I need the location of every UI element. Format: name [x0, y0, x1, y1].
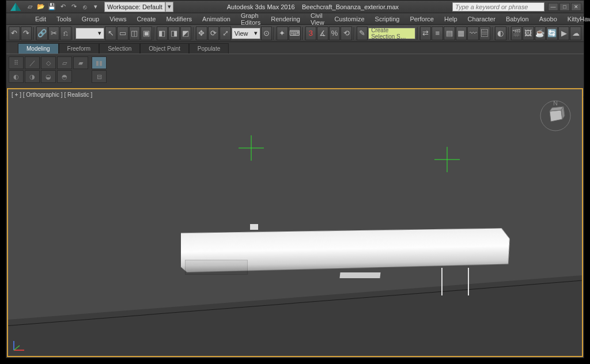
select-similar-button[interactable]: ◨ — [168, 26, 180, 40]
mirror-button[interactable]: ⇄ — [420, 26, 432, 40]
pivot-button[interactable]: ⊙ — [261, 26, 273, 40]
render-setup-button[interactable]: 🎬 — [511, 26, 523, 40]
link-button[interactable]: 🔗 — [36, 26, 48, 40]
subobj-vertex-button[interactable]: ⠿ — [9, 56, 24, 69]
menu-customize[interactable]: Customize — [330, 14, 369, 24]
menu-group[interactable]: Group — [77, 14, 104, 24]
qat-link-icon[interactable]: ⎋ — [80, 2, 90, 12]
rotate-button[interactable]: ⟳ — [208, 26, 220, 40]
select-invert-button[interactable]: ◩ — [180, 26, 192, 40]
select-iso-button[interactable]: ◧ — [157, 26, 168, 40]
collapse-button[interactable]: ⊟ — [92, 70, 107, 83]
qat-more-icon[interactable]: ▾ — [90, 2, 101, 12]
move-button[interactable]: ✥ — [196, 26, 207, 40]
toggle-ribbon-button[interactable]: ▦ — [456, 26, 467, 40]
menu-kittyhawk[interactable]: KittyHawk — [563, 14, 590, 24]
subobj-element-button[interactable]: ▰ — [73, 56, 88, 69]
menu-babylon[interactable]: Babylon — [501, 14, 534, 24]
menu-animation[interactable]: Animation — [198, 14, 235, 24]
ribbon-tab-selection[interactable]: Selection — [99, 43, 140, 54]
main-toolbar: ↶ ↷ 🔗 ✂ ⎌ ▾ ↖ ▭ ◫ ▣ ◧ ◨ ◩ ✥ ⟳ ⤢ View▾ ⊙ … — [6, 25, 584, 42]
gear-rod-2 — [468, 268, 469, 295]
helper-cross-icon[interactable] — [434, 147, 460, 172]
ignore-backface-toggle[interactable]: ◑ — [25, 70, 40, 83]
unlink-button[interactable]: ✂ — [48, 26, 60, 40]
workspace-dropdown-icon[interactable]: ▾ — [165, 2, 173, 12]
keymode-button[interactable]: ⌨ — [289, 26, 301, 40]
menu-rendering[interactable]: Rendering — [266, 14, 305, 24]
ribbon-tabs: Modeling Freeform Selection Object Paint… — [6, 42, 584, 54]
menu-civilview[interactable]: Civil View — [306, 11, 329, 27]
separator — [274, 27, 275, 40]
softsel-toggle[interactable]: ◒ — [41, 70, 56, 83]
close-button[interactable]: ✕ — [571, 3, 581, 11]
menu-create[interactable]: Create — [132, 14, 160, 24]
subobj-edge-button[interactable]: ／ — [25, 56, 40, 69]
scene-model[interactable] — [181, 227, 486, 291]
align-button[interactable]: ≡ — [432, 26, 443, 40]
qat-save-icon[interactable]: 💾 — [47, 2, 57, 12]
separator — [193, 27, 194, 40]
viewcube[interactable]: N — [539, 100, 572, 132]
render-prod-button[interactable]: ▶ — [558, 26, 570, 40]
selection-set-dropdown[interactable]: Create Selection S… — [368, 28, 415, 39]
viewport[interactable]: [ + ] [ Orthographic ] [ Realistic ] N — [7, 88, 583, 357]
manip-button[interactable]: ✦ — [277, 26, 288, 40]
menu-scripting[interactable]: Scripting — [370, 14, 404, 24]
subobj-border-button[interactable]: ◇ — [41, 56, 56, 69]
menu-perforce[interactable]: Perforce — [405, 14, 438, 24]
scale-button[interactable]: ⤢ — [220, 26, 231, 40]
menu-views[interactable]: Views — [105, 14, 131, 24]
viewport-label[interactable]: [ + ] [ Orthographic ] [ Realistic ] — [12, 92, 92, 98]
subobj-poly-button[interactable]: ▱ — [57, 56, 72, 69]
spinnersnap-button[interactable]: ⟲ — [341, 26, 352, 40]
svg-marker-3 — [550, 110, 562, 122]
helper-cross-icon[interactable] — [239, 135, 264, 161]
maximize-button[interactable]: □ — [559, 3, 570, 11]
render-button[interactable]: ☕ — [535, 26, 546, 40]
redo-button[interactable]: ↷ — [21, 26, 32, 40]
menu-modifiers[interactable]: Modifiers — [161, 14, 196, 24]
qat-new-icon[interactable]: ▱ — [25, 2, 35, 12]
curve-editor-button[interactable]: 〰 — [467, 26, 479, 40]
menu-edit[interactable]: Edit — [31, 14, 51, 24]
anglesnap-button[interactable]: ∡ — [317, 26, 328, 40]
menu-asobo[interactable]: Asobo — [535, 14, 562, 24]
percentsnap-button[interactable]: % — [329, 26, 341, 40]
render-online-button[interactable]: ☁ — [570, 26, 581, 40]
menu-character[interactable]: Character — [463, 14, 500, 24]
ribbon-tab-objectpaint[interactable]: Object Paint — [140, 43, 188, 54]
help-search-input[interactable] — [452, 2, 544, 12]
layers-button[interactable]: ▤ — [444, 26, 455, 40]
ribbon-tab-freeform[interactable]: Freeform — [59, 43, 100, 54]
select-region-button[interactable]: ◫ — [129, 26, 141, 40]
rendered-frame-button[interactable]: 🖼 — [523, 26, 534, 40]
window-crossing-button[interactable]: ▣ — [141, 26, 152, 40]
selection-filter-dropdown[interactable]: ▾ — [75, 28, 104, 39]
select-name-button[interactable]: ▭ — [117, 26, 128, 40]
ribbon-tab-populate[interactable]: Populate — [189, 43, 229, 54]
preview-toggle[interactable]: ◐ — [9, 70, 24, 83]
qat-redo-icon[interactable]: ↷ — [69, 2, 79, 12]
editnamed-button[interactable]: ✎ — [357, 26, 368, 40]
constr-toggle[interactable]: ◓ — [57, 70, 72, 83]
qat-undo-icon[interactable]: ↶ — [58, 2, 68, 12]
snap-button[interactable]: 3 — [305, 26, 317, 40]
menu-help[interactable]: Help — [440, 14, 462, 24]
minimize-button[interactable]: — — [548, 3, 558, 11]
material-editor-button[interactable]: ◐ — [495, 26, 506, 40]
render-iterate-button[interactable]: 🔄 — [546, 26, 558, 40]
window-controls: — □ ✕ — [548, 3, 581, 11]
menu-grapheditors[interactable]: Graph Editors — [236, 11, 265, 27]
ribbon-tab-modeling[interactable]: Modeling — [18, 43, 59, 54]
menu-tools[interactable]: Tools — [52, 14, 76, 24]
separator — [417, 27, 418, 40]
select-button[interactable]: ↖ — [105, 26, 116, 40]
modifier-stack-button[interactable]: ▮▮ — [92, 56, 107, 69]
ref-coord-dropdown[interactable]: View▾ — [232, 28, 260, 39]
workspace-switcher[interactable]: Workspace: Default ▾ — [104, 2, 173, 12]
bind-button[interactable]: ⎌ — [60, 26, 71, 40]
undo-button[interactable]: ↶ — [9, 26, 20, 40]
schematic-button[interactable]: ⿳ — [479, 26, 491, 40]
qat-open-icon[interactable]: 📂 — [36, 2, 46, 12]
